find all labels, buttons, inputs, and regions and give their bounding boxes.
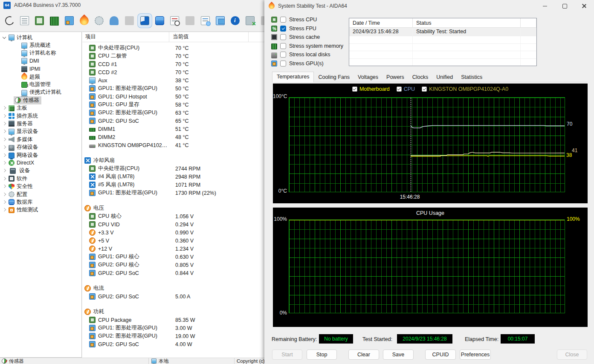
tree-item-sensor[interactable]: 传感器 — [14, 96, 41, 104]
minimize-button[interactable] — [535, 0, 555, 12]
tree-item-config[interactable]: 配置 — [0, 191, 81, 198]
stress-memory-checkbox[interactable]: Stress system memory — [271, 43, 343, 49]
checkbox[interactable] — [280, 43, 286, 49]
tree-item-dmi[interactable]: DMI — [0, 57, 81, 65]
clear-button[interactable]: Clear — [348, 350, 379, 360]
tree-item-network[interactable]: 网络设备 — [0, 151, 81, 159]
tab-statistics[interactable]: Statistics — [457, 73, 486, 82]
report-icon[interactable] — [20, 16, 29, 25]
chevron-icon[interactable] — [3, 106, 6, 110]
stress-cache-checkbox[interactable]: Stress cache — [271, 34, 343, 40]
stress-gpu-checkbox[interactable]: Stress GPU(s) — [271, 60, 343, 67]
database-icon[interactable] — [155, 16, 164, 25]
cpu-icon[interactable] — [35, 16, 44, 25]
chevron-icon[interactable] — [15, 43, 19, 47]
chevron-icon[interactable] — [15, 83, 19, 87]
tab-cooling-fans[interactable]: Cooling Fans — [314, 73, 354, 82]
chevron-icon[interactable] — [3, 138, 6, 142]
checkbox[interactable] — [280, 52, 286, 58]
chevron-icon[interactable] — [3, 169, 6, 173]
column-header-item[interactable]: 项目 — [82, 32, 169, 42]
stress-cpu-checkbox[interactable]: Stress CPU — [271, 16, 343, 23]
tree-item-server[interactable]: 服务器 — [0, 120, 81, 127]
tab-voltages[interactable]: Voltages — [354, 73, 382, 82]
chevron-icon[interactable] — [3, 114, 6, 118]
chevron-icon[interactable] — [15, 67, 19, 71]
close-button[interactable]: Close — [557, 350, 587, 360]
tree-item-software[interactable]: 软件 — [0, 175, 81, 182]
chevron-icon[interactable] — [15, 75, 19, 79]
tree-item-ipmi[interactable]: IPMI — [0, 65, 81, 73]
legend-motherboard[interactable]: Motherboard — [352, 86, 390, 92]
legend-checkbox[interactable] — [352, 87, 357, 92]
legend-checkbox[interactable] — [422, 87, 427, 92]
chevron-icon[interactable] — [3, 193, 6, 196]
burn-in-icon[interactable] — [78, 14, 91, 27]
checkbox[interactable] — [280, 61, 286, 66]
legend-checkbox[interactable] — [397, 87, 402, 92]
preferences-button[interactable]: Preferences — [460, 350, 491, 360]
tree-item-benchmark[interactable]: 性能测试 — [0, 206, 81, 214]
tree-item-display[interactable]: 显示设备 — [0, 128, 81, 136]
chevron-icon[interactable] — [15, 51, 19, 55]
remote-control-icon[interactable] — [246, 16, 255, 25]
tree-item-os[interactable]: 操作系统 — [0, 112, 81, 120]
save-button[interactable]: Save — [383, 350, 414, 360]
log-row[interactable]: 2024/9/23 15:46:28 Stability Test: Start… — [349, 28, 536, 36]
tree-item-motherboard[interactable]: 主板 — [0, 104, 81, 112]
chevron-icon[interactable] — [3, 161, 6, 165]
stress-fpu-checkbox[interactable]: Stress FPU — [271, 25, 343, 32]
checkbox[interactable] — [280, 17, 286, 23]
legend-cpu[interactable]: CPU — [397, 86, 415, 92]
video-card-icon[interactable] — [65, 16, 74, 25]
close-button[interactable] — [574, 0, 594, 12]
legend-kingston[interactable]: KINGSTON OM8PGP41024Q-A0 — [422, 86, 508, 92]
start-button[interactable]: Start — [272, 350, 302, 360]
chevron-icon[interactable] — [3, 208, 6, 212]
sensor-panel-icon[interactable] — [140, 16, 149, 25]
chevron-icon[interactable] — [3, 200, 6, 204]
web-report-icon[interactable] — [201, 16, 210, 25]
settings-icon[interactable] — [95, 16, 104, 25]
chevron-icon[interactable] — [15, 90, 19, 94]
tree-item-power-management[interactable]: 电源管理 — [0, 81, 81, 88]
tab-temperatures[interactable]: Temperatures — [272, 72, 314, 82]
column-header-value[interactable]: 当前值 — [169, 32, 249, 42]
chevron-icon[interactable] — [3, 177, 6, 181]
tree-item-computer[interactable]: 计算机 — [0, 34, 81, 41]
chevron-icon[interactable] — [3, 36, 6, 40]
checkbox[interactable] — [280, 34, 286, 40]
tree-item-storage[interactable]: 存储设备 — [0, 143, 81, 151]
stop-button[interactable]: Stop — [307, 350, 337, 360]
tree-item-overclock[interactable]: 超频 — [0, 73, 81, 81]
refresh-icon[interactable] — [4, 15, 15, 26]
cpuid-button[interactable]: CPUID — [425, 350, 456, 360]
tab-unified[interactable]: Unified — [432, 73, 457, 82]
info-icon[interactable] — [231, 16, 240, 25]
stress-disks-checkbox[interactable]: Stress local disks — [271, 51, 343, 58]
tree-item-devices[interactable]: 设备 — [0, 167, 81, 175]
memory-icon[interactable] — [50, 17, 59, 26]
benchmark-icon[interactable] — [170, 16, 179, 25]
tree-item-system-summary[interactable]: 系统概述 — [0, 41, 81, 49]
tab-powers[interactable]: Powers — [382, 73, 408, 82]
user-icon[interactable] — [110, 16, 119, 25]
column-header-datetime[interactable]: Date / Time — [349, 18, 413, 27]
tab-clocks[interactable]: Clocks — [409, 73, 432, 82]
chevron-icon[interactable] — [3, 185, 6, 188]
chevron-icon[interactable] — [15, 59, 19, 63]
column-header-status[interactable]: Status — [413, 18, 521, 27]
maximize-button[interactable] — [555, 0, 574, 12]
tree-item-computer-name[interactable]: 计算机名称 — [0, 49, 81, 57]
tree-item-security[interactable]: 安全性 — [0, 182, 81, 190]
chevron-icon[interactable] — [3, 145, 6, 149]
checkbox[interactable] — [280, 26, 286, 32]
tree-item-database[interactable]: 数据库 — [0, 198, 81, 206]
chevron-icon[interactable] — [3, 153, 6, 157]
tree-item-portable-computer[interactable]: 便携式计算机 — [0, 89, 81, 96]
chevron-icon[interactable] — [3, 122, 6, 126]
remote-monitor-icon[interactable] — [216, 16, 225, 25]
tree-item-multimedia[interactable]: 多媒体 — [0, 136, 81, 143]
chevron-icon[interactable] — [3, 130, 6, 133]
tree-item-directx[interactable]: DirectX — [0, 159, 81, 167]
